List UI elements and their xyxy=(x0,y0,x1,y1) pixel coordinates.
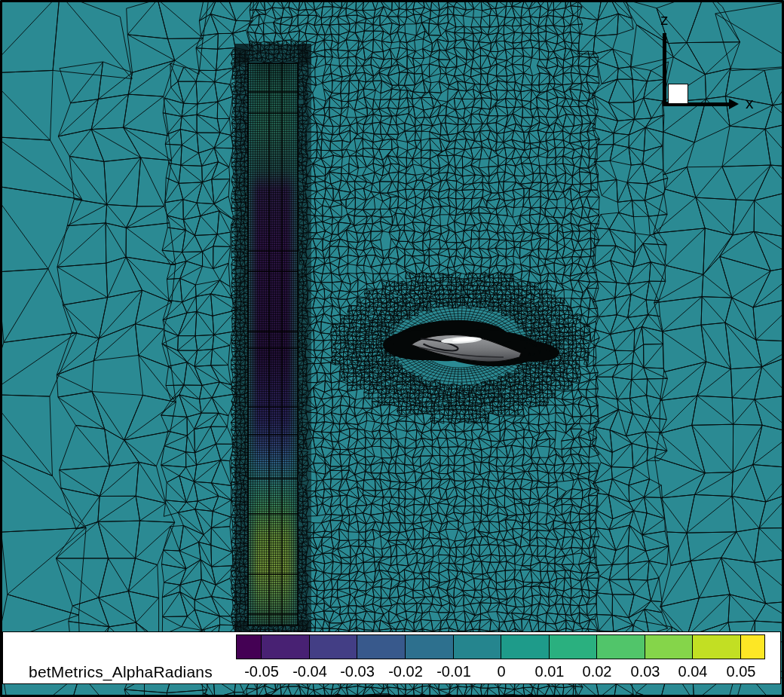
colorbar-band xyxy=(596,634,645,659)
colorbar-tick-label: 0.05 xyxy=(727,663,756,680)
colorbar-tick-label: 0 xyxy=(497,663,505,680)
colorbar-band xyxy=(453,634,501,659)
colorbar-legend: betMetrics_AlphaRadians -0.05-0.04-0.03-… xyxy=(2,631,781,684)
colorbar-tick-label: -0.02 xyxy=(388,663,423,680)
colorbar-tick-label: -0.04 xyxy=(292,663,327,680)
colorbar-band xyxy=(309,634,357,659)
colorbar-tick-label: 0.02 xyxy=(583,663,612,680)
colorbar-tick-label: 0.01 xyxy=(535,663,565,680)
mesh-render-canvas[interactable] xyxy=(0,0,784,697)
colorbar-band xyxy=(740,634,765,659)
colorbar-tick-label: -0.05 xyxy=(244,663,279,680)
colorbar-band xyxy=(357,634,406,659)
colorbar-band xyxy=(549,634,597,659)
legend-variable-name: betMetrics_AlphaRadians xyxy=(29,663,213,681)
colorbar-tick-label: -0.03 xyxy=(340,663,375,680)
colorbar-band xyxy=(692,634,741,659)
colorbar-band xyxy=(261,634,310,659)
colorbar-band xyxy=(405,634,454,659)
colorbar-band xyxy=(501,634,550,659)
colorbar-band xyxy=(236,634,262,659)
viewport: z x betMetrics_AlphaRadians -0.05-0.04-0… xyxy=(0,0,784,697)
colorbar-tick-label: 0.03 xyxy=(631,663,660,680)
colorbar-tick-label: 0.04 xyxy=(678,663,708,680)
colorbar-band xyxy=(645,634,693,659)
colorbar-tick-label: -0.01 xyxy=(436,663,471,680)
